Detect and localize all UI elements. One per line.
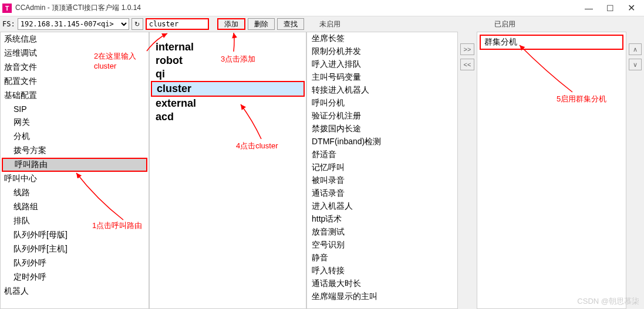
tree-item[interactable]: SIP [1, 103, 149, 116]
list-item[interactable]: 坐席端显示的主叫 [307, 290, 457, 303]
list-item[interactable]: 被叫录音 [307, 174, 457, 187]
enabled-header: 已启用 [492, 19, 515, 29]
tree-item[interactable]: 排队 [1, 214, 149, 228]
fs-label: FS: [2, 20, 15, 28]
close-button[interactable]: ✕ [621, 1, 642, 15]
tree-item[interactable]: 队列外呼[主机] [1, 242, 149, 256]
tree-item[interactable]: 基础配置 [1, 89, 149, 103]
tree-item[interactable]: 呼叫路由 [2, 158, 147, 172]
list-item[interactable]: 禁拨国内长途 [307, 123, 457, 135]
tree-item[interactable]: 运维调试 [1, 46, 149, 60]
nav-tree[interactable]: 系统信息运维调试放音文件配置文件基础配置SIP网关分机拨号方案呼叫路由呼叫中心线… [0, 32, 149, 309]
list-item[interactable]: 空号识别 [307, 239, 457, 252]
list-item[interactable]: 进入机器人 [307, 200, 457, 213]
list-item[interactable]: 放音测试 [307, 226, 457, 239]
route-item[interactable]: acd [150, 110, 306, 124]
tree-item[interactable]: 系统信息 [1, 32, 149, 46]
tree-item[interactable]: 队列外呼[母版] [1, 228, 149, 242]
tree-item[interactable]: 定时外呼 [1, 270, 149, 284]
tree-item[interactable]: 线路 [1, 186, 149, 200]
move-buttons: >> << [458, 32, 477, 309]
list-item[interactable]: 坐席长签 [307, 32, 457, 45]
tree-item[interactable]: 线路组 [1, 200, 149, 214]
main-area: 系统信息运维调试放音文件配置文件基础配置SIP网关分机拨号方案呼叫路由呼叫中心线… [0, 32, 644, 309]
list-item[interactable]: 舒适音 [307, 148, 457, 161]
list-item[interactable]: 主叫号码变量 [307, 71, 457, 84]
list-item[interactable]: 呼入进入排队 [307, 58, 457, 71]
window-titlebar: T CCAdmin - 顶顶通CTI接口客户端 1.0.14 — ☐ ✕ [0, 0, 644, 16]
tree-item[interactable]: 网关 [1, 116, 149, 130]
watermark: CSDN @朝思慕柒 [577, 296, 639, 307]
toolbar: FS: 192.168.31.145-007<qi> ↻ 添加 删除 查找 未启… [0, 16, 644, 32]
list-item[interactable]: 呼入转接 [307, 264, 457, 277]
delete-button[interactable]: 删除 [248, 18, 275, 30]
enabled-list[interactable]: 群集分机 [477, 32, 626, 309]
route-item[interactable]: external [150, 97, 306, 110]
not-enabled-header: 未启用 [317, 19, 340, 29]
not-enabled-list[interactable]: 坐席长签限制分机并发呼入进入排队主叫号码变量转接进入机器人呼叫分机验证分机注册禁… [306, 32, 458, 309]
maximize-button[interactable]: ☐ [599, 1, 621, 15]
name-input[interactable] [146, 18, 209, 30]
list-item[interactable]: 转接进入机器人 [307, 84, 457, 97]
fs-server-combo[interactable]: 192.168.31.145-007<qi> [18, 18, 129, 30]
route-item[interactable]: internal [150, 40, 306, 54]
app-icon: T [2, 4, 12, 13]
list-item[interactable]: DTMF(inband)检测 [307, 135, 457, 148]
reorder-buttons: ∧ ∨ [626, 32, 644, 309]
list-item[interactable]: 通话录音 [307, 187, 457, 200]
list-item[interactable]: 记忆呼叫 [307, 161, 457, 174]
tree-item[interactable]: 分机 [1, 130, 149, 144]
move-right-button[interactable]: >> [460, 43, 474, 55]
window-title: CCAdmin - 顶顶通CTI接口客户端 1.0.14 [15, 3, 578, 13]
route-item[interactable]: robot [150, 54, 306, 67]
search-button[interactable]: 查找 [277, 18, 304, 30]
tree-item[interactable]: 机器人 [1, 284, 149, 298]
tree-item[interactable]: 呼叫中心 [1, 172, 149, 186]
enabled-item[interactable]: 群集分机 [480, 35, 623, 50]
tree-item[interactable]: 配置文件 [1, 74, 149, 89]
list-item[interactable]: 通话最大时长 [307, 277, 457, 290]
tree-item[interactable]: 队列外呼 [1, 256, 149, 270]
route-item[interactable]: qi [150, 67, 306, 81]
move-left-button[interactable]: << [460, 59, 474, 70]
minimize-button[interactable]: — [578, 1, 599, 15]
tree-item[interactable]: 拨号方案 [1, 144, 149, 158]
move-down-button[interactable]: ∨ [629, 59, 642, 70]
refresh-button[interactable]: ↻ [132, 18, 143, 30]
route-list[interactable]: internalrobotqiclusterexternalacd [149, 32, 306, 309]
list-item[interactable]: http话术 [307, 213, 457, 226]
list-item[interactable]: 静音 [307, 252, 457, 264]
route-item[interactable]: cluster [151, 81, 305, 97]
list-item[interactable]: 限制分机并发 [307, 45, 457, 58]
list-item[interactable]: 验证分机注册 [307, 110, 457, 123]
add-button[interactable]: 添加 [217, 18, 245, 30]
tree-item[interactable]: 放音文件 [1, 60, 149, 74]
move-up-button[interactable]: ∧ [629, 43, 642, 55]
list-item[interactable]: 呼叫分机 [307, 97, 457, 110]
